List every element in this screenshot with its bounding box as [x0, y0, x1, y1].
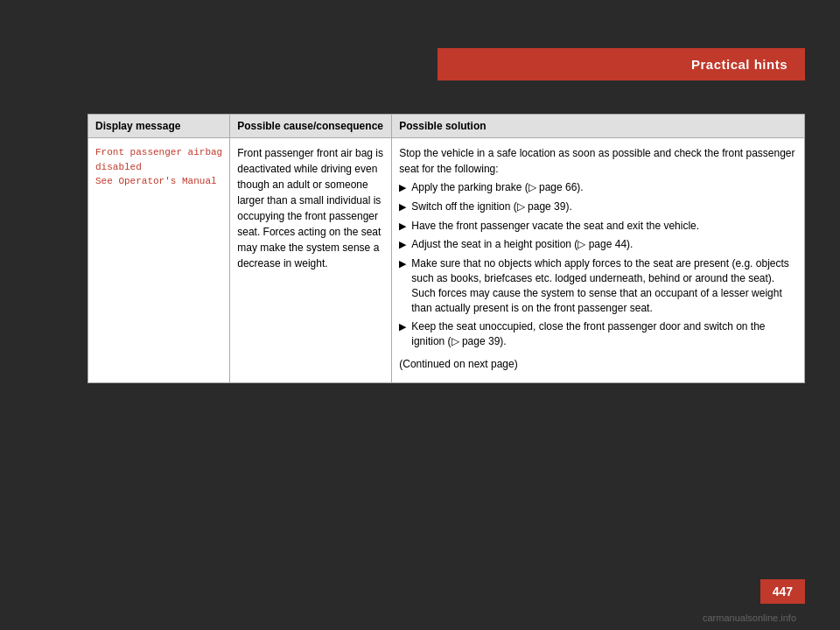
solution-item-text: Switch off the ignition (▷ page 39).	[411, 200, 572, 214]
solution-list: ▶Apply the parking brake (▷ page 66).▶Sw…	[399, 180, 797, 349]
solution-item: ▶Have the front passenger vacate the sea…	[399, 219, 797, 234]
diagnostic-table: Display message Possible cause/consequen…	[88, 114, 805, 383]
col-solution: Possible solution	[392, 115, 805, 138]
solution-cell: Stop the vehicle in a safe location as s…	[392, 138, 805, 383]
arrow-icon: ▶	[399, 257, 406, 270]
solution-item: ▶Apply the parking brake (▷ page 66).	[399, 180, 797, 195]
table-row: Front passenger airbag disabled See Oper…	[88, 138, 805, 383]
display-message-cell: Front passenger airbag disabled See Oper…	[88, 138, 230, 383]
solution-item-text: Apply the parking brake (▷ page 66).	[411, 180, 583, 195]
arrow-icon: ▶	[399, 320, 406, 333]
cause-cell: Front passenger front air bag is deactiv…	[230, 138, 392, 383]
solution-item-text: Keep the seat unoccupied, close the fron…	[411, 319, 797, 349]
col-cause: Possible cause/consequence	[230, 115, 392, 138]
solution-item-text: Have the front passenger vacate the seat…	[411, 219, 699, 234]
header-bar: Practical hints	[438, 48, 805, 80]
solution-item: ▶Keep the seat unoccupied, close the fro…	[399, 319, 797, 349]
solution-item-text: Adjust the seat in a height position (▷ …	[411, 237, 633, 252]
solution-item-text: Make sure that no objects which apply fo…	[411, 256, 797, 315]
watermark: carmanualsonline.info	[703, 612, 796, 623]
arrow-icon: ▶	[399, 238, 406, 251]
arrow-icon: ▶	[399, 200, 406, 214]
arrow-icon: ▶	[399, 220, 406, 233]
arrow-icon: ▶	[399, 181, 406, 194]
solution-item: ▶Adjust the seat in a height position (▷…	[399, 237, 797, 252]
page-title: Practical hints	[691, 57, 788, 72]
solution-item: ▶Switch off the ignition (▷ page 39).	[399, 200, 797, 214]
main-content: Display message Possible cause/consequen…	[88, 114, 805, 383]
continued-note: (Continued on next page)	[399, 356, 797, 372]
solution-intro: Stop the vehicle in a safe location as s…	[399, 145, 797, 177]
col-display-message: Display message	[88, 115, 230, 138]
page-number: 447	[760, 579, 805, 604]
solution-item: ▶Make sure that no objects which apply f…	[399, 256, 797, 315]
